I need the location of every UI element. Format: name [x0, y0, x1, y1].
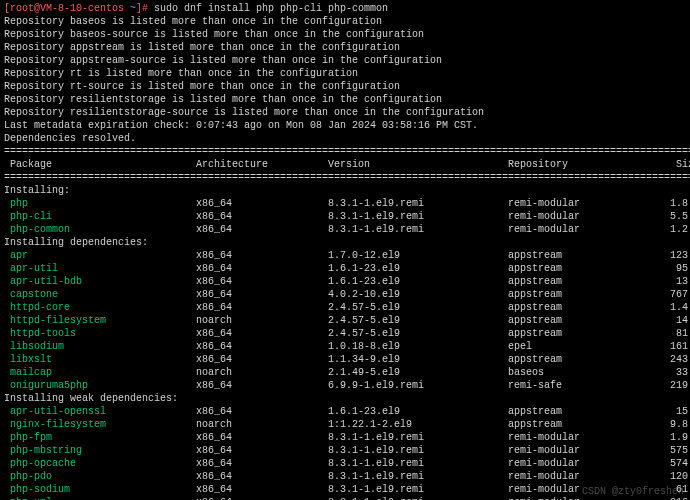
pkg-row: libsodium x86_64 1.0.18-8.el9 epel 161 k — [4, 340, 686, 353]
hr-mid: ========================================… — [4, 171, 686, 184]
dep-rows: apr x86_64 1.7.0-12.el9 appstream 123 k … — [4, 249, 686, 392]
repo-warning: Repository baseos is listed more than on… — [4, 15, 686, 28]
pkg-row: httpd-core x86_64 2.4.57-5.el9 appstream… — [4, 301, 686, 314]
prompt-command: sudo dnf install php php-cli php-common — [154, 3, 388, 14]
pkg-name: nginx-filesystem — [4, 419, 196, 430]
pkg-row: php x86_64 8.3.1-1.el9.remi remi-modular… — [4, 197, 686, 210]
pkg-row: mailcap noarch 2.1.49-5.el9 baseos 33 k — [4, 366, 686, 379]
pkg-name: oniguruma5php — [4, 380, 196, 391]
pkg-row: apr-util x86_64 1.6.1-23.el9 appstream 9… — [4, 262, 686, 275]
section-weak-deps: Installing weak dependencies: — [4, 392, 686, 405]
pkg-name: httpd-tools — [4, 328, 196, 339]
pkg-row: nginx-filesystem noarch 1:1.22.1-2.el9 a… — [4, 418, 686, 431]
hr-top: ========================================… — [4, 145, 686, 158]
pkg-row: php-mbstring x86_64 8.3.1-1.el9.remi rem… — [4, 444, 686, 457]
watermark: CSDN @zty0freshen — [582, 485, 684, 498]
repo-warning: Repository resilientstorage is listed mo… — [4, 93, 686, 106]
pkg-name: php-cli — [4, 211, 196, 222]
terminal[interactable]: [root@VM-8-10-centos ~]# sudo dnf instal… — [0, 0, 690, 500]
prompt-suffix: ]# — [136, 3, 154, 14]
pkg-name: php-common — [4, 224, 196, 235]
pkg-name: capstone — [4, 289, 196, 300]
pkg-row: php-cli x86_64 8.3.1-1.el9.remi remi-mod… — [4, 210, 686, 223]
pkg-name: libsodium — [4, 341, 196, 352]
pkg-name: httpd-filesystem — [4, 315, 196, 326]
pkg-row: oniguruma5php x86_64 6.9.9-1.el9.remi re… — [4, 379, 686, 392]
repo-warning: Repository appstream-source is listed mo… — [4, 54, 686, 67]
pkg-row: apr-util-bdb x86_64 1.6.1-23.el9 appstre… — [4, 275, 686, 288]
pkg-row: apr-util-openssl x86_64 1.6.1-23.el9 app… — [4, 405, 686, 418]
section-dependencies: Installing dependencies: — [4, 236, 686, 249]
prompt-userhost: [root@VM-8-10-centos — [4, 3, 130, 14]
pkg-name: apr-util-bdb — [4, 276, 196, 287]
repo-warning: Repository rt-source is listed more than… — [4, 80, 686, 93]
pkg-row: httpd-filesystem noarch 2.4.57-5.el9 app… — [4, 314, 686, 327]
repo-warning: Dependencies resolved. — [4, 132, 686, 145]
prompt-line: [root@VM-8-10-centos ~]# sudo dnf instal… — [4, 2, 686, 15]
repo-warning: Repository rt is listed more than once i… — [4, 67, 686, 80]
pkg-name: apr-util — [4, 263, 196, 274]
pkg-row: libxslt x86_64 1.1.34-9.el9 appstream 24… — [4, 353, 686, 366]
pkg-row: php-common x86_64 8.3.1-1.el9.remi remi-… — [4, 223, 686, 236]
repo-warning: Repository appstream is listed more than… — [4, 41, 686, 54]
pkg-name: php-sodium — [4, 484, 196, 495]
repo-warning: Repository baseos-source is listed more … — [4, 28, 686, 41]
install-rows: php x86_64 8.3.1-1.el9.remi remi-modular… — [4, 197, 686, 236]
pkg-name: php-opcache — [4, 458, 196, 469]
pkg-name: php-pdo — [4, 471, 196, 482]
section-installing: Installing: — [4, 184, 686, 197]
column-headers: Package Architecture Version Repository … — [4, 158, 686, 171]
repo-warning: Last metadata expiration check: 0:07:43 … — [4, 119, 686, 132]
pkg-name: apr — [4, 250, 196, 261]
pkg-row: php-pdo x86_64 8.3.1-1.el9.remi remi-mod… — [4, 470, 686, 483]
pkg-name: apr-util-openssl — [4, 406, 196, 417]
pkg-row: php-fpm x86_64 8.3.1-1.el9.remi remi-mod… — [4, 431, 686, 444]
repo-warning: Repository resilientstorage-source is li… — [4, 106, 686, 119]
pkg-row: apr x86_64 1.7.0-12.el9 appstream 123 k — [4, 249, 686, 262]
pkg-row: php-opcache x86_64 8.3.1-1.el9.remi remi… — [4, 457, 686, 470]
pkg-name: mailcap — [4, 367, 196, 378]
pkg-name: php — [4, 198, 196, 209]
pkg-row: httpd-tools x86_64 2.4.57-5.el9 appstrea… — [4, 327, 686, 340]
pkg-name: httpd-core — [4, 302, 196, 313]
pkg-name: libxslt — [4, 354, 196, 365]
pkg-name: php-fpm — [4, 432, 196, 443]
pkg-name: php-mbstring — [4, 445, 196, 456]
repo-warning-block: Repository baseos is listed more than on… — [4, 15, 686, 145]
pkg-row: capstone x86_64 4.0.2-10.el9 appstream 7… — [4, 288, 686, 301]
